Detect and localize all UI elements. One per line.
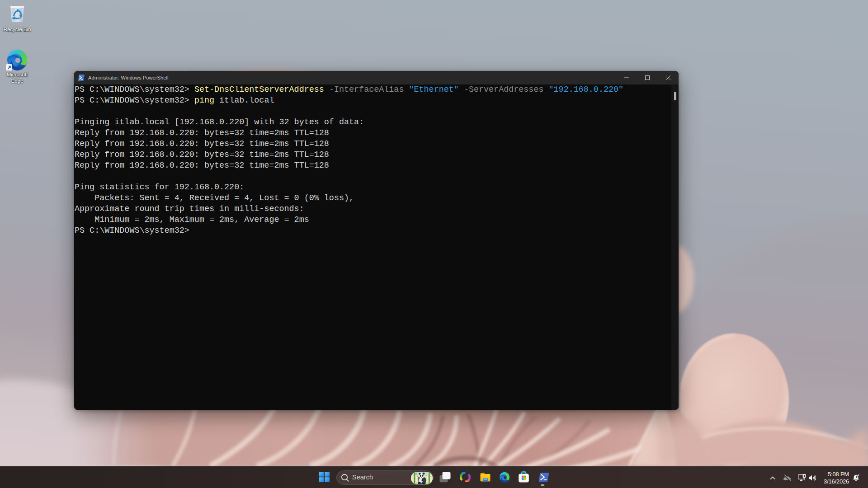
svg-text:z: z [858,474,859,476]
